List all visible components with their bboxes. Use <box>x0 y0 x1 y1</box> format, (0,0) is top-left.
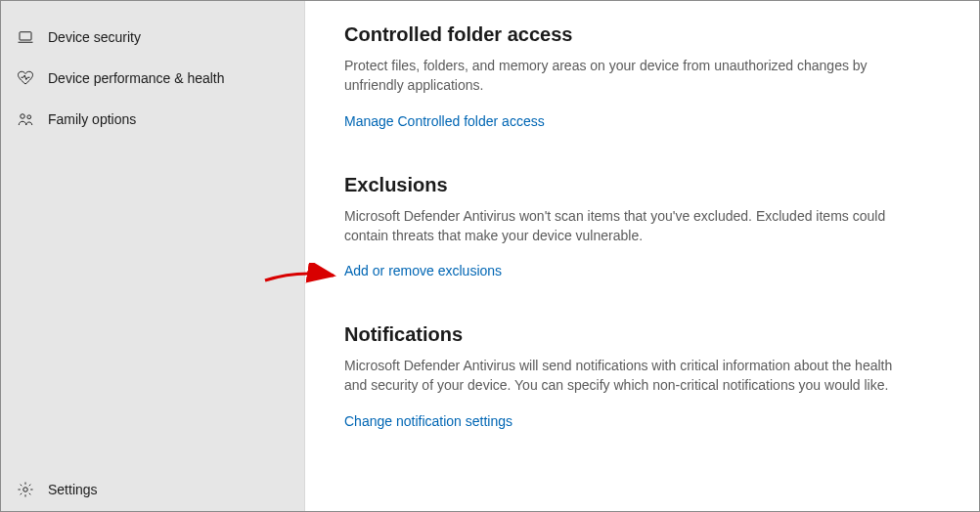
change-notification-settings-link[interactable]: Change notification settings <box>344 413 512 429</box>
settings-label: Settings <box>48 482 98 497</box>
settings-button[interactable]: Settings <box>1 468 304 511</box>
gear-icon <box>17 481 34 498</box>
heart-icon <box>17 69 34 87</box>
sidebar-item-label: Device security <box>48 29 141 45</box>
sidebar-item-device-security[interactable]: Device security <box>1 17 304 58</box>
controlled-folder-access-section: Controlled folder access Protect files, … <box>344 23 940 129</box>
section-title: Controlled folder access <box>344 23 940 46</box>
notifications-section: Notifications Microsoft Defender Antivir… <box>344 323 940 429</box>
family-icon <box>17 110 34 128</box>
add-or-remove-exclusions-link[interactable]: Add or remove exclusions <box>344 263 502 278</box>
section-description: Microsoft Defender Antivirus won't scan … <box>344 206 902 246</box>
manage-controlled-folder-access-link[interactable]: Manage Controlled folder access <box>344 113 545 129</box>
sidebar-item-family-options[interactable]: Family options <box>1 99 304 140</box>
svg-rect-0 <box>20 32 31 40</box>
sidebar-item-label: Family options <box>48 111 136 127</box>
svg-point-2 <box>21 114 25 119</box>
section-title: Exclusions <box>344 174 940 196</box>
svg-point-3 <box>27 115 31 119</box>
sidebar-bottom: Settings <box>1 468 304 511</box>
sidebar-list: Device security Device performance & hea… <box>1 17 304 468</box>
svg-point-4 <box>23 488 28 492</box>
section-description: Protect files, folders, and memory areas… <box>344 56 902 96</box>
sidebar: Device security Device performance & hea… <box>1 1 305 511</box>
laptop-icon <box>17 28 34 46</box>
sidebar-item-device-performance-health[interactable]: Device performance & health <box>1 58 304 99</box>
section-title: Notifications <box>344 323 940 346</box>
sidebar-item-label: Device performance & health <box>48 70 225 86</box>
main-content: Controlled folder access Protect files, … <box>305 1 979 511</box>
section-description: Microsoft Defender Antivirus will send n… <box>344 356 902 396</box>
exclusions-section: Exclusions Microsoft Defender Antivirus … <box>344 174 940 279</box>
